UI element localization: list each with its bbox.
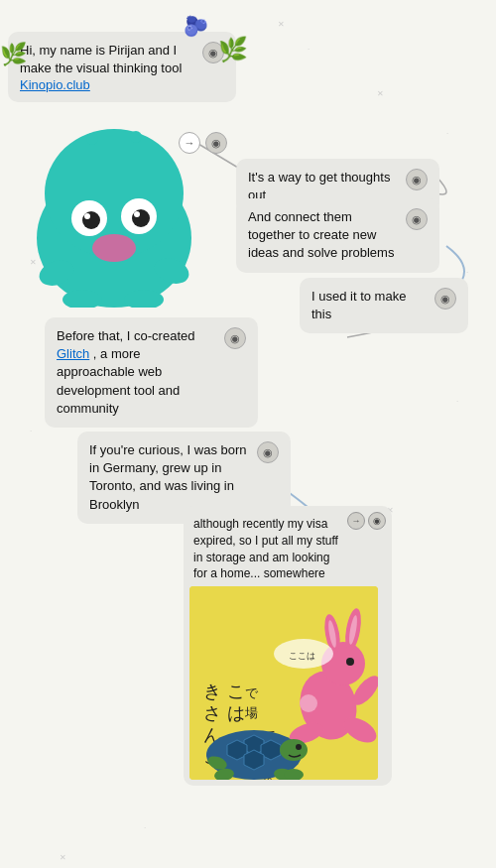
svg-text:こ: こ xyxy=(227,682,245,701)
svg-point-15 xyxy=(86,133,98,145)
kinopio-link[interactable]: Kinopio.club xyxy=(20,77,90,92)
svg-point-8 xyxy=(84,213,90,219)
svg-point-42 xyxy=(300,694,317,712)
deco-mark-13: ✕ xyxy=(60,853,66,862)
deco-mark-9: · xyxy=(456,397,458,406)
svg-point-16 xyxy=(130,131,142,143)
glitch-bubble: Before that, I co-created Glitch , a mor… xyxy=(45,317,258,428)
artwork-image: き さ ん こ こ は い つ 場 で で す よ xyxy=(189,586,378,780)
svg-point-6 xyxy=(82,211,100,229)
visa-card: although recently my visa expired, so I … xyxy=(184,506,392,786)
visa-text: although recently my visa expired, so I … xyxy=(189,512,347,582)
leaf-left-icon: 🌿 xyxy=(0,42,27,67)
svg-point-49 xyxy=(296,744,302,750)
glitch-text-before: Before that, I co-created xyxy=(57,328,194,343)
deco-mark-3: ✕ xyxy=(377,89,384,98)
used-text: I used it to make this xyxy=(311,288,429,323)
intro-text: Hi, my name is Pirijan and I make the vi… xyxy=(20,43,182,75)
deco-mark-2: · xyxy=(308,45,310,54)
svg-text:ここは: ここは xyxy=(289,651,315,661)
svg-point-10 xyxy=(92,234,136,262)
svg-point-7 xyxy=(132,209,150,227)
visa-card-header: although recently my visa expired, so I … xyxy=(189,512,386,582)
connect-bubble: And connect them together to create new … xyxy=(236,198,439,273)
svg-point-9 xyxy=(134,211,140,217)
svg-point-38 xyxy=(346,658,354,666)
born-icon[interactable]: ◉ xyxy=(257,441,279,463)
svg-text:は: は xyxy=(227,703,245,723)
visa-photo-icon[interactable]: ◉ xyxy=(368,512,386,530)
arrow-connector-1[interactable]: → xyxy=(179,132,200,154)
born-text: If you're curious, I was born in Germany… xyxy=(89,441,251,514)
thoughts-icon[interactable]: ◉ xyxy=(406,169,428,190)
deco-mark-1: ✕ xyxy=(278,20,285,29)
deco-mark-4: · xyxy=(446,129,448,138)
used-bubble: I used it to make this ◉ xyxy=(300,278,468,333)
glitch-icon[interactable]: ◉ xyxy=(224,327,246,349)
character-top-icon: 🫐 xyxy=(184,14,208,38)
svg-text:場: 場 xyxy=(244,705,258,720)
used-icon[interactable]: ◉ xyxy=(434,288,456,310)
svg-text:さ: さ xyxy=(203,703,221,723)
connect-icon[interactable]: ◉ xyxy=(406,208,428,230)
svg-marker-47 xyxy=(244,750,264,770)
svg-text:で: で xyxy=(245,685,259,700)
connect-text: And connect them together to create new … xyxy=(248,208,400,263)
deco-mark-12: · xyxy=(144,823,146,832)
leaf-right-icon: 🌿 xyxy=(218,36,248,63)
visa-arrow-icon[interactable]: → xyxy=(347,512,365,530)
visa-icons: → ◉ xyxy=(347,512,386,530)
svg-text:き: き xyxy=(203,682,221,701)
glitch-link[interactable]: Glitch xyxy=(57,346,89,361)
photo-connector-1[interactable]: ◉ xyxy=(205,132,227,154)
intro-bubble: 🌿 🌿 🫐 Hi, my name is Pirijan and I make … xyxy=(8,32,236,102)
deco-mark-10: · xyxy=(30,427,32,435)
deco-mark-6: · xyxy=(466,268,468,277)
